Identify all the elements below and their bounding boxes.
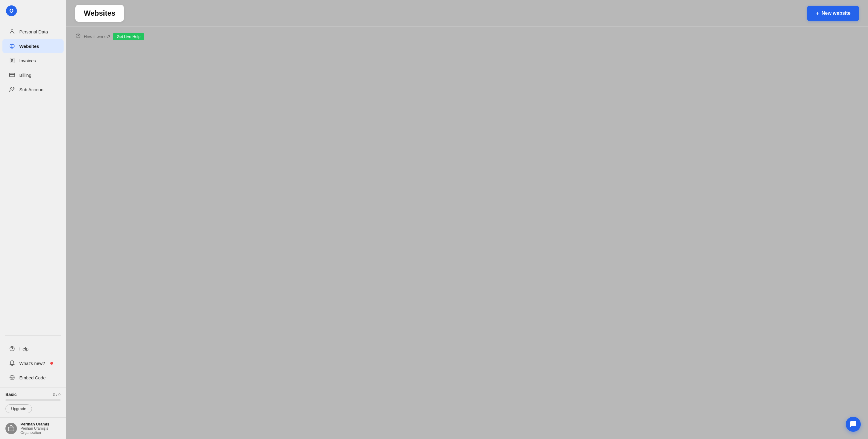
user-org: Perihan Uramış's Organization bbox=[21, 426, 61, 435]
main-content: Websites + New website How it works? Get… bbox=[66, 0, 868, 439]
sidebar: O Personal Data Websites bbox=[0, 0, 66, 439]
question-circle-icon bbox=[75, 33, 81, 40]
page-title-card: Websites bbox=[75, 5, 124, 22]
invoice-icon bbox=[9, 58, 15, 64]
globe-icon bbox=[9, 43, 15, 49]
app-logo[interactable]: O bbox=[6, 5, 17, 16]
sidebar-item-whats-new-label: What's new? bbox=[19, 361, 45, 366]
plan-count: 0 / 0 bbox=[53, 392, 61, 397]
sidebar-item-whats-new[interactable]: What's new? bbox=[2, 356, 64, 370]
new-website-label: New website bbox=[822, 10, 850, 16]
sidebar-item-websites-label: Websites bbox=[19, 44, 39, 49]
sidebar-item-embed-code[interactable]: Embed Code bbox=[2, 371, 64, 384]
main-header: Websites + New website bbox=[66, 0, 868, 22]
sub-account-icon bbox=[9, 87, 15, 93]
sidebar-item-help[interactable]: Help bbox=[2, 342, 64, 356]
sidebar-item-invoices[interactable]: Invoices bbox=[2, 54, 64, 67]
avatar bbox=[5, 423, 17, 434]
plan-progress-bar bbox=[5, 399, 61, 401]
new-website-button[interactable]: + New website bbox=[807, 6, 859, 21]
sidebar-bottom-nav: Help What's new? Embed Code bbox=[0, 339, 66, 387]
sidebar-item-help-label: Help bbox=[19, 346, 29, 351]
user-name: Perihan Uramış bbox=[21, 422, 61, 426]
sidebar-divider bbox=[5, 335, 61, 336]
sidebar-item-embed-code-label: Embed Code bbox=[19, 375, 46, 380]
svg-point-7 bbox=[12, 350, 12, 350]
plus-icon: + bbox=[815, 10, 819, 17]
svg-point-9 bbox=[11, 377, 13, 378]
sidebar-item-invoices-label: Invoices bbox=[19, 58, 36, 63]
svg-point-12 bbox=[78, 37, 79, 37]
sidebar-item-sub-account[interactable]: Sub Account bbox=[2, 82, 64, 96]
svg-point-0 bbox=[11, 30, 13, 32]
plan-header: Basic 0 / 0 bbox=[5, 392, 61, 397]
user-section: Perihan Uramış Perihan Uramış's Organiza… bbox=[0, 417, 66, 439]
sidebar-item-personal-data-label: Personal Data bbox=[19, 29, 48, 34]
sidebar-nav: Personal Data Websites Invoices bbox=[0, 22, 66, 332]
get-live-help-button[interactable]: Get Live Help bbox=[113, 33, 144, 40]
whats-new-badge bbox=[50, 362, 53, 365]
svg-point-4 bbox=[10, 88, 12, 90]
sidebar-logo: O bbox=[0, 0, 66, 22]
sidebar-item-websites[interactable]: Websites bbox=[2, 39, 64, 53]
embed-icon bbox=[9, 375, 15, 380]
page-title: Websites bbox=[84, 9, 116, 17]
sidebar-item-personal-data[interactable]: Personal Data bbox=[2, 25, 64, 38]
upgrade-button[interactable]: Upgrade bbox=[5, 404, 32, 413]
svg-rect-10 bbox=[8, 427, 14, 431]
bell-icon bbox=[9, 360, 15, 366]
help-icon bbox=[9, 346, 15, 352]
how-it-works-text: How it works? bbox=[84, 34, 110, 39]
plan-name: Basic bbox=[5, 392, 17, 397]
person-icon bbox=[9, 29, 15, 35]
sidebar-item-sub-account-label: Sub Account bbox=[19, 87, 44, 92]
chat-fab-button[interactable] bbox=[846, 417, 861, 432]
billing-icon bbox=[9, 72, 15, 78]
plan-section: Basic 0 / 0 Upgrade bbox=[0, 387, 66, 417]
user-info: Perihan Uramış Perihan Uramış's Organiza… bbox=[21, 422, 61, 435]
sidebar-item-billing[interactable]: Billing bbox=[2, 68, 64, 82]
sidebar-item-billing-label: Billing bbox=[19, 73, 31, 78]
svg-point-5 bbox=[13, 88, 14, 89]
svg-rect-3 bbox=[10, 73, 15, 77]
how-it-works-bar: How it works? Get Live Help bbox=[66, 27, 868, 46]
